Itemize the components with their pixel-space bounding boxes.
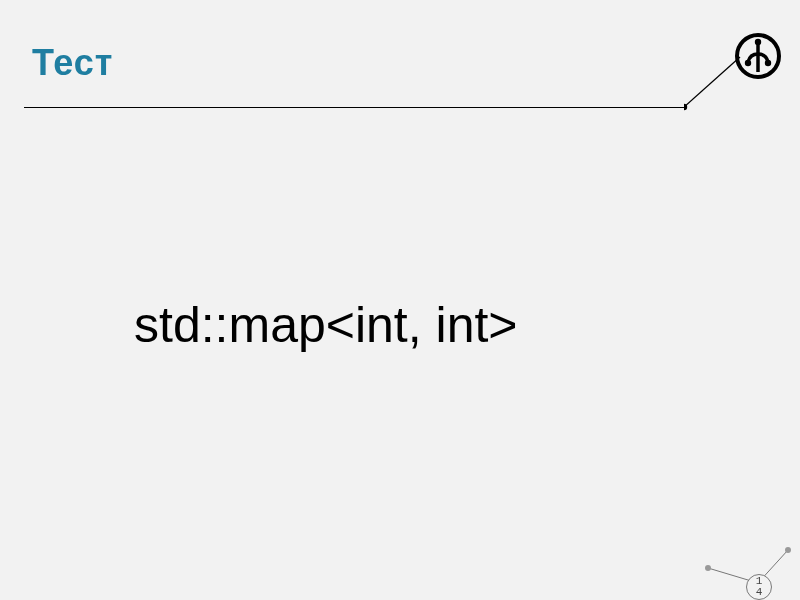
svg-point-10	[785, 547, 791, 553]
svg-point-1	[684, 104, 687, 110]
title-underline	[24, 107, 684, 108]
tree-branch-icon	[734, 32, 782, 80]
svg-point-6	[765, 60, 771, 66]
slide-body-code: std::map<int, int>	[134, 296, 518, 354]
svg-point-5	[745, 60, 751, 66]
slide-title: Тест	[32, 42, 113, 84]
svg-point-9	[705, 565, 711, 571]
page-number-badge: 1 4	[746, 574, 772, 600]
svg-point-4	[755, 39, 761, 45]
page-number-digit-2: 4	[756, 587, 763, 598]
slide: Тест std::map<int, int> 1 4	[0, 0, 800, 600]
svg-line-0	[684, 57, 740, 107]
